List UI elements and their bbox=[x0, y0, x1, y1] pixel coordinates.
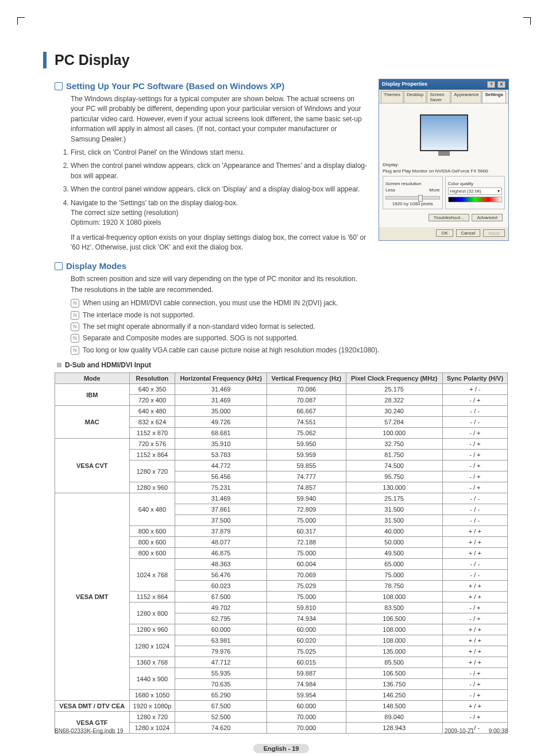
data-cell: - / + bbox=[442, 471, 507, 482]
data-cell: + / + bbox=[442, 592, 507, 603]
table-header: Pixel Clock Frequency (MHz) bbox=[346, 373, 442, 384]
note-4: Separate and Composite modes are support… bbox=[83, 333, 298, 343]
data-cell: 56.456 bbox=[175, 471, 267, 482]
slider-less: Less bbox=[385, 187, 395, 193]
color-bar bbox=[448, 197, 503, 202]
data-cell: 135.000 bbox=[346, 646, 442, 657]
data-cell: 40.000 bbox=[346, 526, 442, 537]
ok-button[interactable]: OK bbox=[436, 229, 453, 237]
tab-settings[interactable]: Settings bbox=[482, 91, 506, 103]
data-cell: 32.750 bbox=[346, 439, 442, 450]
note-5: Too long or low quality VGA cable can ca… bbox=[83, 346, 379, 355]
data-cell: 95.750 bbox=[346, 471, 442, 482]
data-cell: 74.934 bbox=[267, 613, 346, 624]
resolution-cell: 800 x 600 bbox=[129, 537, 175, 548]
data-cell: 75.062 bbox=[267, 428, 346, 439]
display-label: Display: bbox=[383, 162, 505, 167]
data-cell: 72.188 bbox=[267, 537, 346, 548]
data-cell: - / + bbox=[442, 395, 507, 406]
data-cell: 66.667 bbox=[267, 406, 346, 417]
footer-right: 2009-10-21 9:00:38 bbox=[445, 728, 508, 734]
apply-button[interactable]: Apply bbox=[483, 229, 505, 237]
data-cell: 59.950 bbox=[267, 439, 346, 450]
table-header: Horizontal Frequency (kHz) bbox=[175, 373, 267, 384]
data-cell: 65.290 bbox=[175, 690, 267, 701]
data-cell: - / + bbox=[442, 690, 507, 701]
data-cell: + / + bbox=[442, 581, 507, 592]
table-row: VESA DMT / DTV CEA1920 x 1080p67.50060.0… bbox=[55, 701, 508, 712]
resolution-cell: 1680 x 1050 bbox=[129, 690, 175, 701]
display-modes-table: ModeResolutionHorizontal Frequency (kHz)… bbox=[55, 373, 508, 734]
data-cell: 70.087 bbox=[267, 395, 346, 406]
close-icon[interactable]: X bbox=[497, 81, 505, 88]
note-1: When using an HDMI/DVI cable connection,… bbox=[83, 298, 338, 308]
table-header: Resolution bbox=[129, 373, 175, 384]
section-display-modes-title: Display Modes bbox=[55, 261, 508, 271]
data-cell: 60.317 bbox=[267, 526, 346, 537]
data-cell: 136.750 bbox=[346, 679, 442, 690]
resolution-cell: 640 x 350 bbox=[129, 384, 175, 395]
section-setup-title: Setting Up Your PC Software (Based on Wi… bbox=[55, 81, 367, 91]
display-properties-dialog: Display Properties ? X Themes Desktop Sc… bbox=[379, 79, 509, 241]
resolution-cell: 1152 x 864 bbox=[129, 592, 175, 603]
data-cell: 70.000 bbox=[267, 712, 346, 723]
table-row: VESA DMT640 x 48031.46959.94025.175- / - bbox=[55, 493, 508, 504]
crop-mark bbox=[523, 17, 531, 25]
mode-cell: VESA DMT / DTV CEA bbox=[55, 701, 130, 712]
data-cell: 48.077 bbox=[175, 537, 267, 548]
data-cell: 44.772 bbox=[175, 460, 267, 471]
table-header: Sync Polarity (H/V) bbox=[442, 373, 507, 384]
data-cell: 89.040 bbox=[346, 712, 442, 723]
resolution-cell: 1280 x 1024 bbox=[129, 635, 175, 657]
table-row: IBM640 x 35031.46970.08625.175+ / - bbox=[55, 384, 508, 395]
advanced-button[interactable]: Advanced bbox=[472, 214, 503, 221]
data-cell: + / + bbox=[442, 635, 507, 646]
data-cell: + / + bbox=[442, 624, 507, 635]
data-cell: 67.500 bbox=[175, 592, 267, 603]
resolution-cell: 720 x 576 bbox=[129, 439, 175, 450]
resolution-slider[interactable] bbox=[385, 196, 440, 199]
data-cell: + / - bbox=[442, 384, 507, 395]
data-cell: 47.712 bbox=[175, 657, 267, 668]
cancel-button[interactable]: Cancel bbox=[456, 229, 481, 237]
mode-cell: VESA DMT bbox=[55, 493, 130, 701]
data-cell: 60.000 bbox=[175, 624, 267, 635]
data-cell: 75.000 bbox=[267, 592, 346, 603]
data-cell: 59.887 bbox=[267, 668, 346, 679]
tab-appearance[interactable]: Appearance bbox=[451, 91, 481, 103]
tab-themes[interactable]: Themes bbox=[381, 91, 403, 103]
data-cell: 146.250 bbox=[346, 690, 442, 701]
color-quality-select[interactable]: Highest (32 bit)▾ bbox=[448, 187, 503, 195]
data-cell: 59.940 bbox=[267, 493, 346, 504]
data-cell: 70.635 bbox=[175, 679, 267, 690]
data-cell: 60.000 bbox=[267, 624, 346, 635]
data-cell: 31.500 bbox=[346, 515, 442, 526]
resolution-cell: 832 x 624 bbox=[129, 417, 175, 428]
data-cell: 108.000 bbox=[346, 592, 442, 603]
data-cell: 75.231 bbox=[175, 482, 267, 493]
data-cell: 53.783 bbox=[175, 450, 267, 460]
data-cell: + / + bbox=[442, 537, 507, 548]
data-cell: - / - bbox=[442, 493, 507, 504]
data-cell: - / + bbox=[442, 460, 507, 471]
note-icon: N bbox=[71, 299, 79, 308]
resolution-cell: 1280 x 800 bbox=[129, 603, 175, 624]
data-cell: 59.855 bbox=[267, 460, 346, 471]
data-cell: 75.000 bbox=[346, 570, 442, 581]
troubleshoot-button[interactable]: Troubleshoot... bbox=[429, 214, 469, 221]
data-cell: 28.322 bbox=[346, 395, 442, 406]
data-cell: 65.000 bbox=[346, 559, 442, 570]
tab-desktop[interactable]: Desktop bbox=[404, 91, 426, 103]
data-cell: - / - bbox=[442, 417, 507, 428]
data-cell: 130.000 bbox=[346, 482, 442, 493]
note-3: The set might operate abnormally if a no… bbox=[83, 322, 315, 332]
data-cell: 35.000 bbox=[175, 406, 267, 417]
help-icon[interactable]: ? bbox=[487, 81, 495, 88]
tab-screensaver[interactable]: Screen Saver bbox=[427, 91, 450, 103]
step-2: When the control panel window appears, c… bbox=[71, 161, 367, 181]
data-cell: 49.726 bbox=[175, 417, 267, 428]
table-header: Mode bbox=[55, 373, 130, 384]
footer-left: BN68-02333K-Eng.indb 19 bbox=[55, 728, 124, 734]
step-4: Navigate to the 'Settings' tab on the di… bbox=[71, 198, 367, 253]
resolution-cell: 1280 x 960 bbox=[129, 482, 175, 493]
